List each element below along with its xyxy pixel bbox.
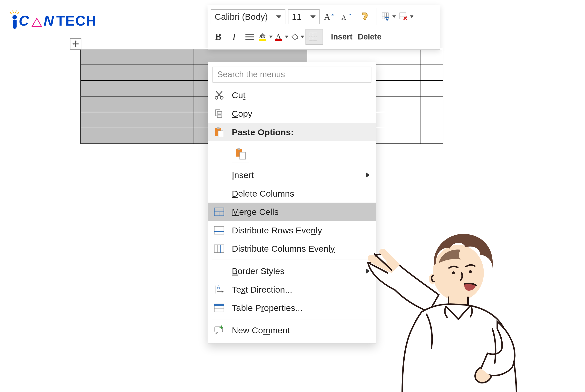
svg-point-58 (452, 272, 455, 274)
insert-label[interactable]: Insert (329, 30, 355, 44)
paste-header-label: Paste Options: (232, 127, 294, 137)
logo: C N TECH (11, 10, 97, 29)
delete-label[interactable]: Delete (356, 30, 384, 44)
menu-divider (212, 260, 372, 260)
logo-bulb-icon (11, 10, 18, 29)
shrink-font-button[interactable]: A (340, 9, 355, 24)
menu-cut[interactable]: Cut (208, 86, 376, 104)
menu-distribute-columns[interactable]: Distribute Columns Evenly (208, 240, 376, 258)
clipboard-icon (213, 127, 226, 137)
shading-button[interactable] (290, 30, 305, 44)
logo-triangle-icon (32, 18, 42, 27)
merge-cells-icon (213, 208, 226, 216)
svg-point-23 (215, 96, 218, 100)
menu-merge-cells[interactable]: Merge Cells (208, 203, 376, 221)
svg-text:A: A (324, 12, 330, 22)
svg-rect-44 (214, 245, 224, 253)
menu-table-properties-label: Table Properties... (232, 303, 302, 313)
menu-text-direction-label: Text Direction... (232, 284, 292, 294)
svg-rect-7 (385, 17, 389, 18)
mini-toolbar: Calibri (Body) 11 A A (208, 5, 440, 50)
font-size-combo[interactable]: 11 (288, 9, 320, 24)
chevron-down-icon (392, 15, 396, 18)
scissors-icon (213, 90, 226, 100)
chevron-down-icon (269, 36, 273, 38)
menu-divider (212, 319, 372, 320)
chevron-down-icon (285, 36, 288, 38)
text-direction-icon: A (213, 284, 226, 294)
table-properties-icon (213, 304, 226, 312)
menu-distribute-rows[interactable]: Distribute Rows Evenly (208, 221, 376, 240)
svg-point-59 (469, 270, 472, 273)
pointing-person-illustration: .ln{fill:none;stroke:#2b1a16;stroke-widt… (366, 232, 522, 392)
distribute-columns-icon (213, 244, 226, 253)
delete-split-button[interactable] (399, 9, 414, 24)
search-placeholder: Search the menus (217, 70, 285, 80)
svg-rect-34 (218, 131, 223, 137)
menu-distribute-rows-label: Distribute Rows Evenly (232, 225, 322, 235)
logo-text-c: C (19, 12, 30, 29)
bold-button[interactable]: B (211, 30, 226, 44)
menu-table-properties[interactable]: Table Properties... (208, 299, 376, 317)
table-move-handle[interactable] (70, 38, 82, 50)
logo-text-tech: TECH (56, 12, 97, 29)
format-painter-button[interactable] (357, 9, 372, 24)
paste-options-row (208, 141, 376, 166)
insert-split-button[interactable] (381, 9, 396, 24)
menu-copy[interactable]: Copy (208, 104, 376, 123)
submenu-arrow-icon (366, 172, 369, 178)
menu-insert-label: Insert (232, 170, 254, 180)
paste-keep-source-button[interactable] (232, 145, 249, 162)
distribute-rows-icon (213, 226, 226, 234)
logo-text-n: N (44, 12, 55, 29)
font-color-button[interactable]: A (274, 30, 289, 44)
menu-distribute-columns-label: Distribute Columns Evenly (232, 244, 335, 254)
menu-delete-columns[interactable]: Delete Columns (208, 184, 376, 203)
italic-button[interactable]: I (226, 30, 241, 44)
context-menu: Search the menus Cut Copy Paste Options: (208, 62, 376, 344)
menu-search-input[interactable]: Search the menus (213, 67, 371, 82)
chevron-down-icon (301, 36, 304, 38)
menu-border-styles[interactable]: Border Styles (208, 262, 376, 280)
highlight-button[interactable]: ab (258, 30, 273, 44)
svg-rect-37 (240, 152, 245, 159)
svg-text:A: A (341, 14, 346, 21)
copy-icon (213, 109, 226, 119)
svg-rect-33 (217, 127, 220, 129)
svg-text:A: A (217, 284, 220, 290)
new-comment-icon (213, 326, 226, 335)
svg-rect-51 (214, 304, 224, 306)
svg-point-24 (220, 96, 223, 100)
menu-text-direction[interactable]: A Text Direction... (208, 280, 376, 299)
menu-merge-cells-label: Merge Cells (232, 207, 279, 217)
menu-insert[interactable]: Insert (208, 166, 376, 184)
svg-rect-17 (259, 39, 266, 41)
menu-border-styles-label: Border Styles (232, 266, 284, 276)
menu-paste-header: Paste Options: (208, 123, 376, 141)
menu-new-comment-label: New Comment (232, 325, 290, 335)
svg-text:A: A (276, 32, 281, 40)
menu-cut-label: Cut (232, 90, 245, 100)
chevron-down-icon (410, 15, 413, 18)
grow-font-button[interactable]: A (322, 9, 337, 24)
svg-rect-36 (237, 148, 240, 150)
svg-rect-41 (214, 226, 224, 234)
font-name-combo[interactable]: Calibri (Body) (211, 9, 285, 24)
chevron-down-icon (276, 15, 282, 18)
chevron-down-icon (310, 15, 316, 18)
svg-rect-19 (275, 39, 282, 41)
borders-split-button[interactable] (305, 29, 323, 45)
menu-copy-label: Copy (232, 109, 252, 119)
font-name-value: Calibri (Body) (215, 12, 268, 22)
align-button[interactable] (242, 30, 257, 44)
menu-delete-columns-label: Delete Columns (232, 188, 294, 198)
font-size-value: 11 (292, 12, 302, 22)
menu-new-comment[interactable]: New Comment (208, 321, 376, 340)
